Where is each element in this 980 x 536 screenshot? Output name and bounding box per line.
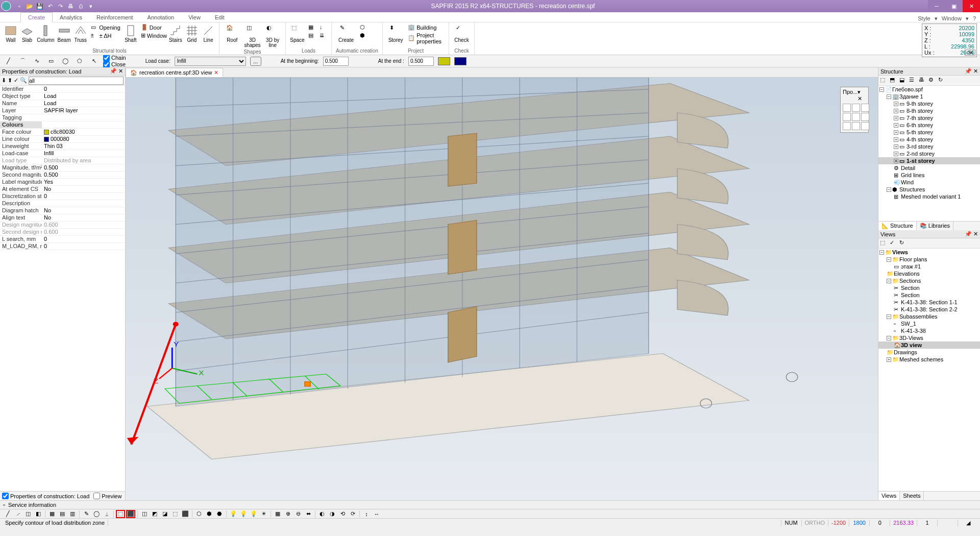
menu-window[interactable]: Window (942, 15, 962, 22)
tree-subassemblies[interactable]: Subassemblies (899, 313, 938, 320)
props-tb1-icon[interactable]: ⬇ (2, 77, 6, 84)
tree-storey[interactable]: 5-th storey (906, 129, 933, 135)
prop-value[interactable]: 0 (42, 193, 125, 200)
tab-views-bottom[interactable]: Views (878, 492, 900, 500)
bt33-icon[interactable]: ↕ (362, 510, 371, 518)
space-button[interactable]: ⬚Space (289, 23, 306, 44)
view-iso3-button[interactable] (861, 113, 869, 121)
prop-value[interactable]: 0 (42, 236, 125, 242)
loadcase-select[interactable]: Infill (175, 57, 246, 66)
arc-tool-icon[interactable]: ⌒ (17, 56, 28, 66)
tab-create[interactable]: Create (20, 12, 53, 22)
prop-value[interactable] (42, 121, 125, 128)
menu-help[interactable]: ? (973, 15, 976, 22)
tab-reinforcement[interactable]: Reinforcement (89, 13, 140, 22)
line-color-swatch[interactable] (454, 57, 467, 65)
ellipse-tool-icon[interactable]: ◯ (60, 56, 70, 66)
props-tb3-icon[interactable]: ✓ (14, 77, 18, 84)
bt7-icon[interactable]: ▥ (68, 510, 77, 518)
exp-floorplans[interactable]: − (887, 257, 891, 262)
bt8-icon[interactable]: ✎ (82, 510, 91, 518)
tree-floorplans[interactable]: Floor plans (899, 256, 927, 262)
tree-storey[interactable]: 4-th storey (906, 136, 933, 142)
bt13-icon[interactable]: ◫ (140, 510, 149, 518)
bt2-icon[interactable]: ⟋ (13, 510, 22, 518)
prop-value[interactable]: No (42, 207, 125, 214)
app-icon[interactable] (0, 0, 12, 12)
bt10-icon[interactable]: ⟂ (102, 510, 111, 518)
building-button[interactable]: 🏢Building (406, 23, 446, 32)
tree-storey[interactable]: 8-th storey (906, 108, 933, 114)
end-input[interactable] (408, 57, 434, 66)
qat-undo-icon[interactable]: ↶ (46, 2, 54, 10)
opening-button[interactable]: ▭Opening (89, 23, 122, 32)
tree-storey[interactable]: 7-th storey (906, 115, 933, 121)
chain-checkbox[interactable] (103, 55, 110, 61)
qat-open-icon[interactable]: 📂 (26, 2, 34, 10)
beam-button[interactable]: Beam (57, 23, 72, 44)
exp-subassemblies[interactable]: − (887, 314, 891, 319)
bt26-icon[interactable]: ⊕ (283, 510, 292, 518)
exp-storey[interactable]: + (894, 144, 898, 149)
status-resize-icon[interactable]: ◢ (958, 520, 978, 526)
view-float-menu-icon[interactable]: ▾ ✕ (857, 89, 866, 102)
exp-storey[interactable]: + (894, 137, 898, 142)
exp-storey[interactable]: + (894, 109, 898, 113)
face-color-swatch[interactable] (438, 57, 450, 65)
exp-storey[interactable]: + (894, 159, 898, 163)
tab-sheets-bottom[interactable]: Sheets (900, 492, 924, 500)
str-tb1-icon[interactable]: ⬚ (880, 77, 888, 85)
prop-value[interactable] (42, 200, 125, 207)
bt20-icon[interactable]: ⬣ (215, 510, 224, 518)
door-button[interactable]: 🚪Door (139, 23, 167, 32)
vw-tb1-icon[interactable]: ⬚ (880, 239, 888, 248)
begin-input[interactable] (323, 57, 349, 66)
load-zone-1-button[interactable]: ⬚ (116, 510, 125, 518)
close-button[interactable]: ✕ (963, 0, 980, 12)
prop-value[interactable]: 0.600 (42, 222, 125, 228)
tree-3dviews[interactable]: 3D-Views (899, 335, 923, 341)
qat-print-icon[interactable]: 🖶 (66, 2, 75, 10)
bt4-icon[interactable]: ◧ (34, 510, 43, 518)
bt30-icon[interactable]: ◑ (328, 510, 337, 518)
tab-edit[interactable]: Edit (208, 13, 232, 22)
tree-3dview[interactable]: 3D view (901, 342, 922, 348)
view-axo-button[interactable] (852, 122, 860, 130)
tree-storey[interactable]: 3-rd storey (906, 143, 934, 150)
window-button[interactable]: ⊞Window (139, 32, 167, 40)
prop-value[interactable]: 0 (42, 243, 125, 250)
bt17-icon[interactable]: ⬛ (181, 510, 190, 518)
qat-preview-icon[interactable]: ⎙ (77, 2, 85, 10)
view-iso2-button[interactable] (852, 113, 860, 121)
bt18-icon[interactable]: ⬡ (194, 510, 204, 518)
qat-save-icon[interactable]: 💾 (36, 2, 44, 10)
qat-more-icon[interactable]: ▾ (87, 2, 95, 10)
close-checkbox[interactable] (103, 61, 110, 68)
poly-tool-icon[interactable]: ⬠ (75, 56, 85, 66)
status-ortho[interactable]: ORTHO (801, 520, 828, 526)
prop-value[interactable]: 0.500 (42, 164, 125, 171)
footer-preview-check[interactable] (93, 493, 100, 499)
bt19-icon[interactable]: ⬢ (205, 510, 214, 518)
tab-structure-bottom[interactable]: 📐 Structure (878, 222, 917, 230)
tree-structures[interactable]: Structures (899, 186, 925, 192)
bt29-icon[interactable]: ◐ (317, 510, 327, 518)
bt31-icon[interactable]: ⟲ (338, 510, 347, 518)
tree-detail[interactable]: Detail (901, 165, 915, 171)
qat-new-icon[interactable]: ▫ (15, 2, 23, 10)
auto-sm1[interactable]: ⬡ (358, 23, 369, 32)
vw-tb2-icon[interactable]: ✓ (890, 239, 898, 248)
tree-section-item[interactable]: Section (901, 292, 920, 298)
props-filter-input[interactable] (29, 77, 124, 85)
tree-drawings[interactable]: Drawings (894, 349, 917, 355)
doc-tab[interactable]: 🏠 recreation centre.spf:3D view ✕ (126, 68, 223, 77)
exp-3dviews[interactable]: − (887, 336, 891, 340)
bt6-icon[interactable]: ▤ (58, 510, 67, 518)
tree-storey[interactable]: 2-nd storey (906, 151, 935, 157)
project-props-button[interactable]: 📋Project properties (406, 32, 446, 45)
bt25-icon[interactable]: ▦ (273, 510, 282, 518)
exp-meshed[interactable]: + (887, 357, 891, 362)
stairs-button[interactable]: Stairs (168, 23, 183, 44)
tree-wind[interactable]: Wind (901, 179, 914, 185)
bt16-icon[interactable]: ⬚ (170, 510, 180, 518)
